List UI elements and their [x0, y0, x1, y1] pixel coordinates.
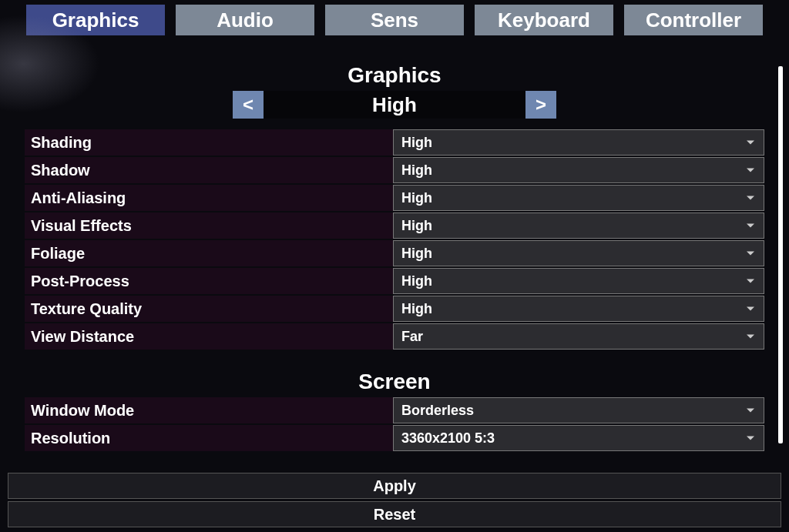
row-view-distance: View Distance Far: [25, 323, 764, 350]
select-window-mode[interactable]: Borderless: [393, 397, 764, 423]
reset-button[interactable]: Reset: [8, 501, 781, 527]
select-visual-effects[interactable]: High: [393, 212, 764, 239]
row-texture-quality: Texture Quality High: [25, 296, 764, 322]
row-resolution: Resolution 3360x2100 5:3: [25, 425, 764, 451]
preset-prev-button[interactable]: <: [233, 91, 264, 119]
tab-sens[interactable]: Sens: [325, 5, 464, 35]
tab-graphics[interactable]: Graphics: [26, 5, 165, 35]
tab-keyboard[interactable]: Keyboard: [475, 5, 613, 35]
row-shading: Shading High: [25, 129, 764, 156]
preset-selector: < High >: [17, 91, 772, 119]
label-view-distance: View Distance: [25, 323, 393, 350]
settings-content: Graphics < High > Shading High Shadow Hi…: [0, 35, 789, 451]
row-anti-aliasing: Anti-Aliasing High: [25, 185, 764, 211]
scrollbar[interactable]: [778, 66, 783, 443]
select-view-distance[interactable]: Far: [393, 323, 764, 350]
row-foliage: Foliage High: [25, 240, 764, 266]
select-resolution[interactable]: 3360x2100 5:3: [393, 425, 764, 451]
row-visual-effects: Visual Effects High: [25, 212, 764, 239]
apply-button[interactable]: Apply: [8, 473, 781, 499]
section-title-screen: Screen: [17, 370, 772, 394]
select-texture-quality[interactable]: High: [393, 296, 764, 322]
graphics-settings-list: Shading High Shadow High Anti-Aliasing H…: [17, 129, 772, 350]
label-post-process: Post-Process: [25, 268, 393, 294]
tabs-bar: Graphics Audio Sens Keyboard Controller: [0, 0, 789, 35]
label-shading: Shading: [25, 129, 393, 156]
label-window-mode: Window Mode: [25, 397, 393, 423]
select-post-process[interactable]: High: [393, 268, 764, 294]
footer-buttons: Apply Reset: [8, 473, 781, 527]
label-visual-effects: Visual Effects: [25, 212, 393, 239]
section-title-graphics: Graphics: [17, 63, 772, 88]
tab-controller[interactable]: Controller: [624, 5, 763, 35]
select-foliage[interactable]: High: [393, 240, 764, 266]
select-anti-aliasing[interactable]: High: [393, 185, 764, 211]
select-shading[interactable]: High: [393, 129, 764, 156]
select-shadow[interactable]: High: [393, 157, 764, 183]
label-foliage: Foliage: [25, 240, 393, 266]
preset-value: High: [264, 91, 525, 119]
label-resolution: Resolution: [25, 425, 393, 451]
preset-next-button[interactable]: >: [525, 91, 556, 119]
row-shadow: Shadow High: [25, 157, 764, 183]
label-anti-aliasing: Anti-Aliasing: [25, 185, 393, 211]
row-post-process: Post-Process High: [25, 268, 764, 294]
tab-audio[interactable]: Audio: [176, 5, 314, 35]
row-window-mode: Window Mode Borderless: [25, 397, 764, 423]
label-texture-quality: Texture Quality: [25, 296, 393, 322]
label-shadow: Shadow: [25, 157, 393, 183]
screen-settings-list: Window Mode Borderless Resolution 3360x2…: [17, 397, 772, 451]
